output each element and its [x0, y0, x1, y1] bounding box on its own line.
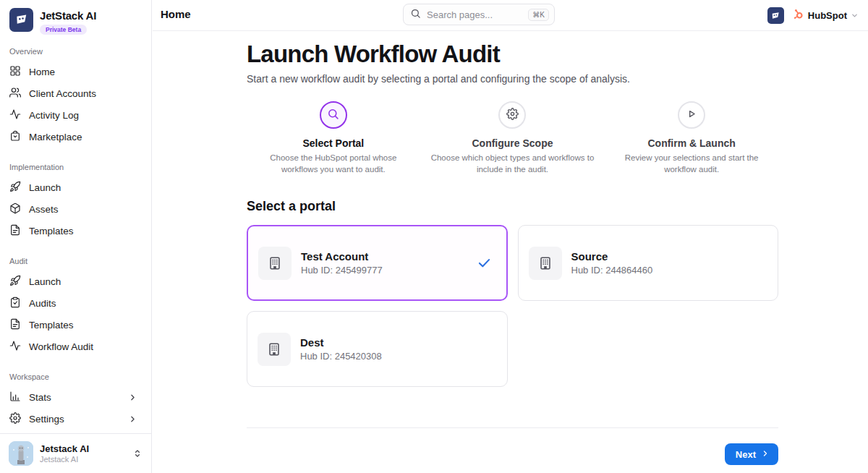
- building-icon: [258, 333, 291, 366]
- chevron-down-icon: [851, 9, 859, 22]
- jetstack-logo-icon: [9, 8, 33, 32]
- sidebar-item-label: Workflow Audit: [29, 341, 93, 352]
- sidebar-item-client-accounts[interactable]: Client Accounts: [9, 82, 142, 104]
- package-icon: [9, 203, 21, 216]
- chevrons-up-down-icon: [132, 448, 142, 459]
- activity-icon: [9, 108, 21, 122]
- nav-section-overview: Overview: [9, 47, 142, 56]
- brand-name: JetStack AI: [40, 8, 96, 22]
- sidebar-item-home[interactable]: Home: [9, 61, 142, 82]
- sidebar-item-label: Marketplace: [29, 132, 82, 142]
- step-select-portal: Select Portal Choose the HubSpot portal …: [247, 101, 420, 175]
- rocket-icon: [9, 181, 21, 195]
- search-input[interactable]: Search pages... ⌘K: [403, 4, 555, 25]
- play-icon: [686, 108, 698, 123]
- portal-hub-id: Hub ID: 244864460: [571, 265, 653, 276]
- document-icon: [9, 224, 21, 238]
- page-title: Home: [161, 8, 191, 20]
- account-subtitle: Jetstack AI: [40, 455, 89, 464]
- sidebar-item-assets[interactable]: Assets: [9, 198, 142, 220]
- sidebar-item-label: Client Accounts: [29, 88, 96, 99]
- portal-list: Test Account Hub ID: 245499777 Source Hu…: [247, 225, 778, 387]
- sidebar-item-label: Activity Log: [29, 110, 79, 121]
- step-label: Confirm & Launch: [647, 137, 735, 149]
- sidebar-item-audits[interactable]: Audits: [9, 292, 142, 314]
- nav-section-workspace: Workspace: [9, 372, 142, 381]
- gear-icon: [506, 108, 519, 123]
- sidebar-item-audit-templates[interactable]: Templates: [9, 314, 142, 336]
- step-description: Choose which object types and workflows …: [430, 153, 595, 175]
- next-button-label: Next: [736, 449, 756, 460]
- step-circle: [320, 101, 347, 129]
- jetstack-mini-logo-icon[interactable]: [767, 7, 784, 24]
- step-description: Review your selections and start the wor…: [609, 153, 774, 175]
- step-confirm-launch: Confirm & Launch Review your selections …: [605, 101, 778, 175]
- building-icon: [529, 247, 562, 280]
- avatar: [9, 441, 33, 466]
- page-heading: Launch Workflow Audit: [247, 41, 778, 68]
- main-area: Launch Workflow Audit Start a new workfl…: [153, 32, 868, 473]
- building-icon: [258, 247, 292, 280]
- sidebar-item-label: Settings: [29, 414, 64, 425]
- bar-chart-icon: [9, 391, 21, 404]
- sidebar-item-workflow-audit[interactable]: Workflow Audit: [9, 336, 142, 357]
- section-title: Select a portal: [247, 199, 778, 214]
- sidebar-item-label: Launch: [29, 182, 61, 193]
- step-circle: [498, 101, 526, 129]
- hubspot-label: HubSpot: [808, 10, 847, 21]
- sidebar-item-activity-log[interactable]: Activity Log: [9, 104, 142, 126]
- portal-card-dest[interactable]: Dest Hub ID: 245420308: [247, 311, 508, 387]
- app-window: JetStack AI Private Beta Overview Home C…: [0, 0, 868, 473]
- gear-icon: [9, 412, 21, 426]
- sidebar-item-label: Stats: [29, 392, 51, 403]
- page-subheading: Start a new workflow audit by selecting …: [247, 73, 778, 85]
- document-icon: [9, 318, 21, 332]
- hubspot-portal-selector[interactable]: HubSpot: [792, 8, 859, 23]
- sidebar-item-label: Audits: [29, 298, 56, 309]
- portal-hub-id: Hub ID: 245499777: [301, 265, 383, 276]
- search-icon: [410, 8, 421, 22]
- step-description: Choose the HubSpot portal whose workflow…: [251, 153, 416, 175]
- chevron-right-icon: [128, 393, 137, 402]
- sidebar-item-label: Launch: [29, 276, 61, 287]
- clipboard-icon: [9, 297, 21, 310]
- stepper: Select Portal Choose the HubSpot portal …: [247, 101, 778, 175]
- bag-icon: [9, 130, 21, 144]
- portal-name: Source: [571, 250, 653, 263]
- sidebar-item-settings[interactable]: Settings: [9, 408, 142, 430]
- sidebar-item-marketplace[interactable]: Marketplace: [9, 126, 142, 148]
- users-icon: [9, 87, 21, 101]
- sidebar-item-label: Assets: [29, 204, 59, 215]
- step-label: Select Portal: [302, 137, 364, 149]
- step-circle: [678, 101, 705, 129]
- search-placeholder: Search pages...: [427, 9, 493, 20]
- sidebar-item-impl-launch[interactable]: Launch: [9, 176, 142, 198]
- step-configure-scope: Configure Scope Choose which object type…: [426, 101, 600, 175]
- sidebar-item-impl-templates[interactable]: Templates: [9, 220, 142, 242]
- sidebar-item-stats[interactable]: Stats: [9, 386, 142, 408]
- account-switcher[interactable]: Jetstack AI Jetstack AI: [0, 433, 151, 473]
- sidebar-item-label: Home: [29, 67, 55, 77]
- chevron-right-icon: [761, 449, 770, 460]
- account-name: Jetstack AI: [40, 443, 89, 454]
- hubspot-sprocket-icon: [792, 8, 804, 23]
- portal-card-test-account[interactable]: Test Account Hub ID: 245499777: [247, 225, 508, 301]
- footer-divider: [247, 427, 778, 428]
- portal-name: Dest: [300, 336, 382, 349]
- search-icon: [327, 108, 339, 123]
- nav-section-implementation: Implementation: [9, 163, 142, 171]
- grid-icon: [9, 65, 21, 79]
- sidebar-item-label: Templates: [29, 320, 74, 331]
- sidebar-item-label: Templates: [29, 226, 74, 236]
- next-button[interactable]: Next: [725, 443, 778, 465]
- sidebar-item-audit-launch[interactable]: Launch: [9, 270, 142, 292]
- brand-header[interactable]: JetStack AI Private Beta: [9, 7, 142, 35]
- rocket-icon: [9, 275, 21, 289]
- portal-hub-id: Hub ID: 245420308: [300, 351, 382, 362]
- private-beta-badge: Private Beta: [40, 25, 87, 35]
- step-label: Configure Scope: [472, 137, 553, 149]
- portal-card-source[interactable]: Source Hub ID: 244864460: [518, 225, 779, 301]
- portal-name: Test Account: [301, 250, 383, 263]
- top-bar: Home Search pages... ⌘K HubSpot: [153, 0, 868, 31]
- activity-icon: [9, 340, 21, 354]
